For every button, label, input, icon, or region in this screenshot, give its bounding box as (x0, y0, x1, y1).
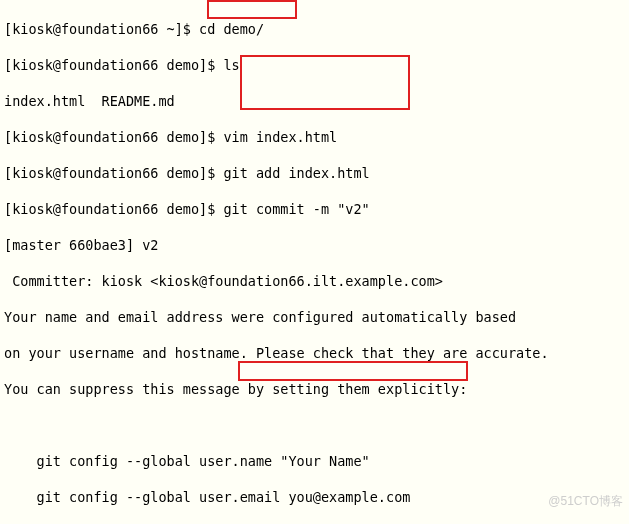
output: git config --global user.name "Your Name… (4, 453, 370, 469)
command-vim: vim index.html (223, 129, 337, 145)
output-ls: index.html README.md (4, 93, 175, 109)
prompt: [kiosk@foundation66 demo]$ (4, 57, 223, 73)
prompt: [kiosk@foundation66 demo]$ (4, 165, 223, 181)
command-git-add: git add index.html (223, 165, 369, 181)
prompt: [kiosk@foundation66 ~]$ (4, 21, 199, 37)
command-git-commit: git commit -m "v2" (223, 201, 369, 217)
command-ls: ls (223, 57, 239, 73)
output: Your name and email address were configu… (4, 309, 516, 325)
output: You can suppress this message by setting… (4, 381, 467, 397)
output: git config --global user.email you@examp… (4, 489, 410, 505)
prompt: [kiosk@foundation66 demo]$ (4, 201, 223, 217)
terminal-output[interactable]: [kiosk@foundation66 ~]$ cd demo/ [kiosk@… (0, 0, 629, 524)
output: Committer: kiosk <kiosk@foundation66.ilt… (4, 273, 443, 289)
output: on your username and hostname. Please ch… (4, 345, 549, 361)
output: [master 660bae3] v2 (4, 237, 158, 253)
command-cd: cd demo/ (199, 21, 264, 37)
prompt: [kiosk@foundation66 demo]$ (4, 129, 223, 145)
